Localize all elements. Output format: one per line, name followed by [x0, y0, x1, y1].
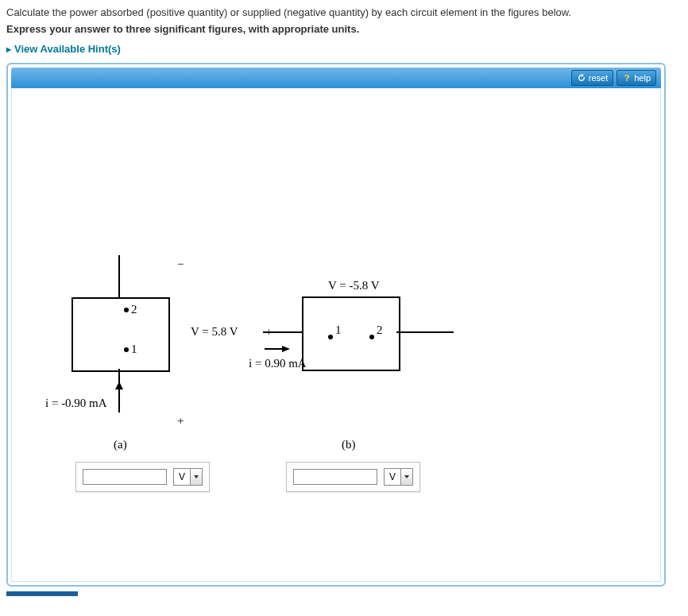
- question-text: Calculate the power absorbed (positive q…: [6, 6, 682, 18]
- unit-selector-b[interactable]: V: [384, 468, 413, 486]
- panel-toolbar: reset ? help: [11, 68, 661, 88]
- fig-a-node2: 2: [131, 303, 137, 316]
- fig-b-arrow-line: [265, 348, 284, 350]
- triangle-right-icon: ▸: [6, 44, 11, 55]
- fig-b-node1-dot: [328, 335, 333, 339]
- unit-label-b: V: [385, 471, 400, 482]
- answer-panel: reset ? help − V = 5.8 V + 2 1 i = -0.90…: [6, 63, 666, 587]
- fig-b-current: i = 0.90 mA: [249, 357, 307, 370]
- fig-a-label: (a): [114, 438, 127, 451]
- answer-group-a: V: [75, 462, 210, 492]
- answer-input-a[interactable]: [83, 469, 167, 485]
- diagram-canvas: − V = 5.8 V + 2 1 i = -0.90 mA (a) V = -…: [11, 88, 661, 582]
- help-button[interactable]: ? help: [616, 70, 656, 86]
- view-hints-toggle[interactable]: ▸ View Available Hint(s): [6, 43, 682, 55]
- fig-b-voltage: V = -5.8 V: [328, 279, 380, 293]
- arrow-up-icon: [115, 382, 123, 389]
- answer-input-b[interactable]: [293, 469, 377, 485]
- fig-a-bottom-lead: [118, 369, 120, 413]
- reset-button[interactable]: reset: [571, 70, 613, 86]
- instruction-text: Express your answer to three significant…: [6, 23, 682, 35]
- fig-a-element-box: [72, 297, 170, 372]
- help-icon: ?: [622, 73, 632, 83]
- fig-a-node1: 1: [131, 343, 137, 356]
- fig-a-node2-dot: [124, 308, 129, 312]
- fig-a-minus: −: [177, 258, 184, 271]
- fig-b-element-box: [302, 296, 400, 371]
- arrow-right-icon: [282, 346, 290, 352]
- answer-group-b: V: [286, 462, 420, 492]
- unit-dropdown-b[interactable]: [400, 469, 412, 485]
- fig-b-node1: 1: [335, 323, 342, 337]
- fig-b-label: (b): [342, 438, 356, 451]
- fig-a-node1-dot: [124, 347, 129, 352]
- hints-label: View Available Hint(s): [14, 43, 121, 55]
- fig-b-right-lead: [396, 331, 454, 333]
- fig-a-plus: +: [177, 414, 184, 428]
- fig-b-minus: −: [446, 325, 453, 339]
- reset-icon: [577, 73, 586, 83]
- unit-dropdown-a[interactable]: [190, 469, 202, 485]
- fig-b-plus: +: [265, 325, 272, 339]
- fig-a-current: i = -0.90 mA: [45, 397, 107, 410]
- fig-a-top-lead: [118, 255, 120, 299]
- fig-b-node2: 2: [377, 323, 383, 337]
- unit-selector-a[interactable]: V: [173, 468, 203, 486]
- unit-label-a: V: [174, 471, 190, 482]
- fig-b-node2-dot: [369, 335, 374, 339]
- fig-a-voltage: V = 5.8 V: [191, 325, 238, 339]
- reset-label: reset: [589, 73, 608, 83]
- footer-accent-bar: [6, 591, 78, 596]
- help-label: help: [634, 73, 651, 83]
